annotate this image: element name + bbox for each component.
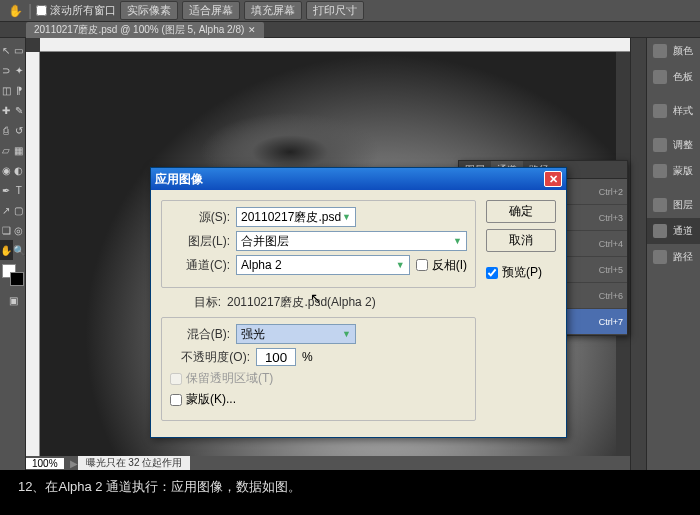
chevron-down-icon: ▼	[342, 212, 351, 222]
status-bar: 100% ▶ 曝光只在 32 位起作用	[26, 456, 630, 470]
mask-checkbox[interactable]: 蒙版(K)...	[170, 391, 236, 408]
color-swatches[interactable]	[2, 264, 24, 286]
panel-styles[interactable]: 样式	[647, 98, 700, 124]
layer-select[interactable]: 合并图层▼	[236, 231, 467, 251]
shape-tool[interactable]: ▢	[13, 200, 26, 220]
move-tool[interactable]: ↖	[0, 40, 13, 60]
swatches-icon	[653, 70, 667, 84]
hand-tool-icon: ✋	[6, 2, 24, 20]
chevron-down-icon: ▼	[396, 260, 405, 270]
panel-channels[interactable]: 通道	[647, 218, 700, 244]
paths-icon	[653, 250, 667, 264]
source-group: 源(S): 20110217磨皮.psd▼ 图层(L): 合并图层▼ 通道(C)…	[161, 200, 476, 288]
panel-swatches[interactable]: 色板	[647, 64, 700, 90]
apply-image-dialog: 应用图像 ✕ 源(S): 20110217磨皮.psd▼ 图层(L): 合并图层…	[150, 167, 567, 438]
quickmask-toggle[interactable]: ▣	[0, 290, 26, 310]
fill-screen-button[interactable]: 填充屏幕	[244, 1, 302, 20]
print-size-button[interactable]: 打印尺寸	[306, 1, 364, 20]
path-tool[interactable]: ↗	[0, 200, 13, 220]
background-swatch[interactable]	[10, 272, 24, 286]
heal-tool[interactable]: ✚	[0, 100, 13, 120]
scroll-all-checkbox[interactable]: 滚动所有窗口	[36, 3, 116, 18]
preview-checkbox[interactable]: 预览(P)	[486, 264, 556, 281]
panel-layers[interactable]: 图层	[647, 192, 700, 218]
ruler-vertical[interactable]	[26, 52, 40, 456]
channel-select[interactable]: Alpha 2▼	[236, 255, 410, 275]
dialog-titlebar[interactable]: 应用图像 ✕	[151, 168, 566, 190]
target-value: 20110217磨皮.psd(Alpha 2)	[227, 294, 376, 311]
opacity-unit: %	[302, 350, 313, 364]
source-select[interactable]: 20110217磨皮.psd▼	[236, 207, 356, 227]
stamp-tool[interactable]: ⎙	[0, 120, 13, 140]
toolbox: ↖▭ ⊃✦ ◫⁋ ✚✎ ⎙↺ ▱▦ ◉◐ ✒T ↗▢ ❏◎ ✋🔍 ▣	[0, 38, 26, 470]
opacity-label: 不透明度(O):	[170, 349, 250, 366]
right-panel: 颜色 色板 样式 调整 蒙版 图层 通道 路径	[646, 38, 700, 470]
fit-screen-button[interactable]: 适合屏幕	[182, 1, 240, 20]
source-label: 源(S):	[170, 209, 230, 226]
divider: |	[28, 2, 32, 20]
crop-tool[interactable]: ◫	[0, 80, 13, 100]
channel-label: 通道(C):	[170, 257, 230, 274]
styles-icon	[653, 104, 667, 118]
color-icon	[653, 44, 667, 58]
blend-select[interactable]: 强光▼	[236, 324, 356, 344]
layer-label: 图层(L):	[170, 233, 230, 250]
document-tab[interactable]: 20110217磨皮.psd @ 100% (图层 5, Alpha 2/8)✕	[26, 22, 264, 38]
options-bar: ✋ | 滚动所有窗口 实际像素 适合屏幕 填充屏幕 打印尺寸	[0, 0, 700, 22]
blend-label: 混合(B):	[170, 326, 230, 343]
chevron-down-icon: ▼	[453, 236, 462, 246]
blur-tool[interactable]: ◉	[0, 160, 13, 180]
zoom-tool[interactable]: 🔍	[13, 240, 26, 260]
channels-icon	[653, 224, 667, 238]
gradient-tool[interactable]: ▦	[13, 140, 26, 160]
opacity-input[interactable]	[256, 348, 296, 366]
status-text: 曝光只在 32 位起作用	[78, 456, 191, 470]
panel-color[interactable]: 颜色	[647, 38, 700, 64]
ok-button[interactable]: 确定	[486, 200, 556, 223]
history-brush-tool[interactable]: ↺	[13, 120, 26, 140]
dodge-tool[interactable]: ◐	[13, 160, 26, 180]
zoom-level[interactable]: 100%	[26, 458, 64, 469]
cancel-button[interactable]: 取消	[486, 229, 556, 252]
lasso-tool[interactable]: ⊃	[0, 60, 13, 80]
marquee-tool[interactable]: ▭	[13, 40, 26, 60]
blend-group: 混合(B): 强光▼ 不透明度(O): % 保留透明区域(T) 蒙版(K)...	[161, 317, 476, 421]
eraser-tool[interactable]: ▱	[0, 140, 13, 160]
3d-tool[interactable]: ❏	[0, 220, 13, 240]
ruler-horizontal[interactable]	[40, 38, 630, 52]
panel-paths[interactable]: 路径	[647, 244, 700, 270]
invert-checkbox[interactable]: 反相(I)	[416, 257, 467, 274]
target-label: 目标:	[161, 294, 221, 311]
pen-tool[interactable]: ✒	[0, 180, 13, 200]
document-tabbar: 20110217磨皮.psd @ 100% (图层 5, Alpha 2/8)✕	[0, 22, 700, 38]
close-icon[interactable]: ✕	[248, 25, 256, 35]
layers-icon	[653, 198, 667, 212]
dock-strip	[630, 38, 646, 470]
actual-pixels-button[interactable]: 实际像素	[120, 1, 178, 20]
tutorial-caption: 12、在Alpha 2 通道执行：应用图像，数据如图。	[18, 478, 301, 496]
panel-masks[interactable]: 蒙版	[647, 158, 700, 184]
preserve-checkbox: 保留透明区域(T)	[170, 370, 273, 387]
wand-tool[interactable]: ✦	[13, 60, 26, 80]
adjust-icon	[653, 138, 667, 152]
3d-camera-tool[interactable]: ◎	[13, 220, 26, 240]
close-button[interactable]: ✕	[544, 171, 562, 187]
eyedropper-tool[interactable]: ⁋	[13, 80, 26, 100]
brush-tool[interactable]: ✎	[13, 100, 26, 120]
type-tool[interactable]: T	[13, 180, 26, 200]
hand-tool[interactable]: ✋	[0, 240, 13, 260]
panel-adjust[interactable]: 调整	[647, 132, 700, 158]
chevron-down-icon: ▼	[342, 329, 351, 339]
masks-icon	[653, 164, 667, 178]
